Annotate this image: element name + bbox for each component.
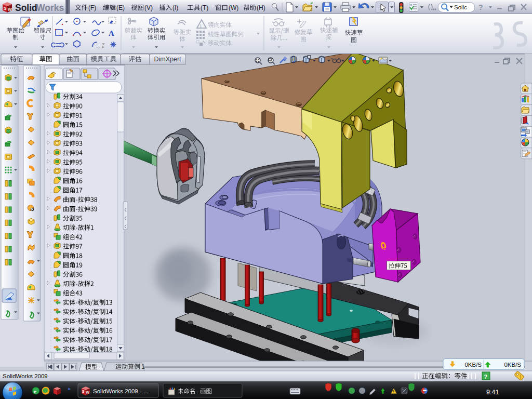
svg-text:Solic: Solic: [454, 4, 467, 10]
svg-text:!: !: [200, 23, 202, 29]
svg-text:1: 1: [141, 363, 145, 370]
svg-text:W: W: [86, 391, 90, 394]
svg-text:S: S: [82, 390, 85, 393]
svg-text:?: ?: [484, 374, 488, 380]
svg-text:S: S: [4, 6, 7, 11]
svg-text:SolidWorks 2009 - ...: SolidWorks 2009 - ...: [93, 388, 149, 394]
svg-text:0KB/S: 0KB/S: [504, 362, 521, 368]
svg-text:(W): (W): [229, 4, 238, 11]
svg-text:-: -: [196, 388, 198, 394]
svg-text:9:41: 9:41: [486, 389, 499, 396]
svg-text:»: »: [68, 385, 71, 392]
svg-text:A: A: [109, 29, 114, 37]
svg-text:(V): (V): [144, 4, 153, 11]
svg-text:0KB/S: 0KB/S: [464, 362, 482, 368]
svg-text:?: ?: [478, 3, 483, 11]
svg-text:W: W: [8, 7, 12, 12]
svg-text:Solid: Solid: [15, 3, 37, 13]
svg-text:(F): (F): [88, 4, 96, 11]
svg-text:DimXpert: DimXpert: [154, 56, 181, 63]
svg-text:(I): (I): [172, 4, 178, 11]
svg-text:(T): (T): [201, 4, 208, 11]
svg-text:(H): (H): [257, 4, 265, 11]
svg-text:(E): (E): [116, 4, 125, 11]
svg-text:e: e: [34, 388, 36, 394]
svg-text:Works: Works: [36, 3, 64, 13]
svg-text:SolidWorks 2009: SolidWorks 2009: [3, 373, 48, 379]
